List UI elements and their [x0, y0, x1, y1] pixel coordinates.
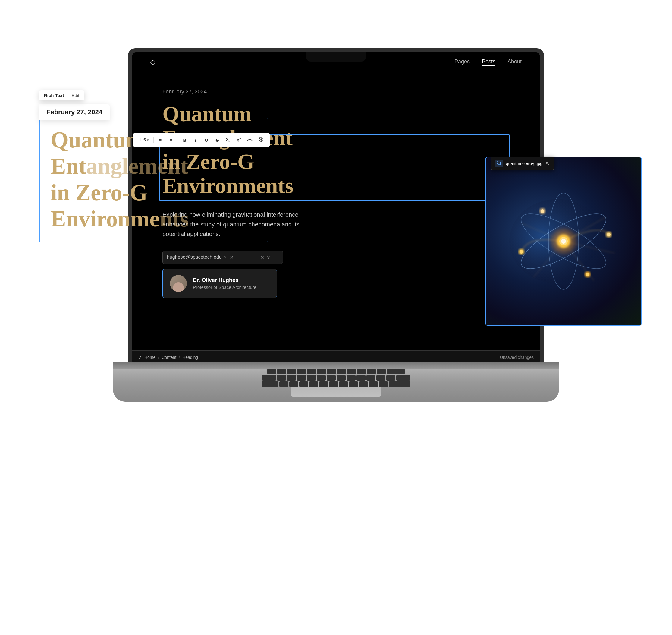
author-role: Professor of Space Architecture — [193, 285, 256, 290]
breadcrumb-heading[interactable]: Heading — [182, 355, 198, 360]
nav-pages[interactable]: Pages — [454, 59, 470, 66]
heading-level: H5 — [140, 137, 146, 142]
image-filename-badge: 🖼 quantum-zero-g.jpg ↖ — [491, 157, 555, 170]
bold-icon: B — [183, 137, 186, 143]
status-bar: ↗ Home / Content / Heading Unsaved chang… — [132, 350, 540, 364]
cursor-indicator: ↖ — [545, 160, 550, 167]
code-icon: <> — [247, 137, 252, 143]
subscript-button[interactable]: X2 — [224, 136, 232, 144]
site-logo: ◇ — [150, 58, 156, 66]
chevron-down-icon: ▾ — [147, 138, 149, 142]
edit-icon: ✎ — [224, 255, 227, 259]
author-name: Dr. Oliver Hughes — [193, 277, 256, 283]
breadcrumb-content[interactable]: Content — [161, 355, 176, 360]
nav-posts[interactable]: Posts — [482, 59, 495, 66]
link-icon: ⛓ — [258, 137, 263, 143]
link-button[interactable]: ⛓ — [256, 136, 265, 144]
italic-button[interactable]: I — [192, 136, 200, 144]
edit-label[interactable]: Edit — [71, 93, 79, 98]
toolbar-divider-1 — [153, 137, 154, 143]
align-left-button[interactable]: ≡ — [156, 136, 164, 144]
rich-text-badge: Rich Text Edit — [39, 90, 84, 101]
superscript-button[interactable]: X2 — [235, 136, 243, 144]
breadcrumb-sep2: / — [179, 355, 180, 360]
nav-about[interactable]: About — [508, 59, 522, 66]
strikethrough-button[interactable]: S — [213, 136, 222, 144]
blog-date-overlay: February 27, 2024 — [46, 108, 103, 116]
email-value: hugheso@spacetech.edu — [167, 255, 222, 260]
unsaved-status: Unsaved changes — [500, 355, 534, 360]
add-icon[interactable]: + — [275, 254, 278, 261]
divider — [67, 93, 68, 98]
breadcrumb: ↗ Home / Content / Heading — [138, 355, 198, 360]
dropdown-icon[interactable]: ∨ — [267, 255, 270, 260]
email-input-row: hugheso@spacetech.edu ✎ ✕ ✕ ∨ + — [162, 251, 283, 264]
remove-icon[interactable]: ✕ — [230, 255, 233, 260]
quantum-image-content — [486, 157, 641, 325]
align-center-icon: ≡ — [170, 137, 173, 143]
author-info: Dr. Oliver Hughes Professor of Space Arc… — [193, 277, 256, 290]
keyboard — [143, 366, 529, 389]
rich-text-toolbar[interactable]: H5 ▾ ≡ ≡ B I U S X2 X2 <> — [133, 133, 270, 147]
image-filename: quantum-zero-g.jpg — [506, 161, 542, 166]
underline-icon: U — [205, 137, 208, 143]
atom-svg — [503, 181, 624, 302]
code-button[interactable]: <> — [246, 136, 254, 144]
external-link-icon: ↗ — [138, 355, 142, 360]
strikethrough-icon: S — [216, 137, 219, 143]
email-tag: hugheso@spacetech.edu ✎ ✕ — [167, 255, 233, 260]
scene: ◇ Pages Posts About February 27, 2024 Qu… — [0, 0, 672, 635]
breadcrumb-sep1: / — [158, 355, 159, 360]
author-avatar — [170, 275, 187, 292]
italic-icon: I — [195, 137, 196, 143]
bold-button[interactable]: B — [180, 136, 189, 144]
breadcrumb-home[interactable]: Home — [144, 355, 156, 360]
laptop-notch — [306, 52, 366, 62]
clear-icon[interactable]: ✕ — [260, 255, 264, 260]
blog-date: February 27, 2024 — [162, 89, 510, 95]
heading-selector[interactable]: H5 ▾ — [138, 136, 151, 144]
align-left-icon: ≡ — [159, 137, 162, 143]
rich-text-label: Rich Text — [44, 93, 64, 98]
email-controls: ✕ ∨ + — [260, 254, 278, 261]
underline-button[interactable]: U — [202, 136, 211, 144]
quantum-image-panel — [485, 157, 642, 326]
author-section: hugheso@spacetech.edu ✎ ✕ ✕ ∨ + — [162, 251, 510, 298]
subscript-icon: X2 — [226, 137, 230, 143]
nav-links: Pages Posts About — [454, 59, 522, 66]
svg-point-16 — [541, 209, 544, 213]
align-center-button[interactable]: ≡ — [167, 136, 175, 144]
svg-point-14 — [586, 272, 589, 276]
image-type-icon: 🖼 — [495, 159, 503, 167]
superscript-icon: X2 — [237, 137, 241, 143]
date-panel: February 27, 2024 — [39, 104, 110, 120]
toolbar-divider-2 — [178, 137, 178, 143]
author-card: Dr. Oliver Hughes Professor of Space Arc… — [162, 269, 277, 298]
